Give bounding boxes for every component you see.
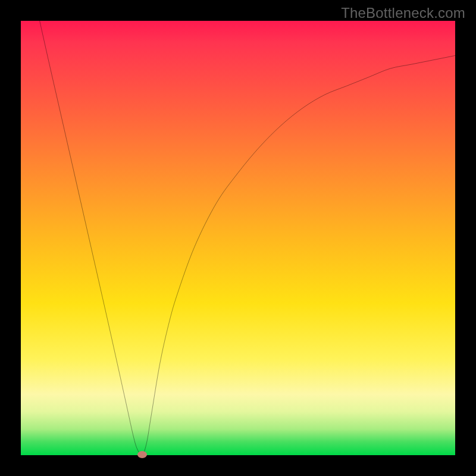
optimal-point-marker <box>137 451 147 458</box>
plot-area <box>21 21 455 455</box>
curve-svg <box>21 21 455 455</box>
chart-frame: TheBottleneck.com <box>0 0 476 476</box>
watermark-text: TheBottleneck.com <box>341 5 465 21</box>
bottleneck-curve <box>21 21 455 455</box>
